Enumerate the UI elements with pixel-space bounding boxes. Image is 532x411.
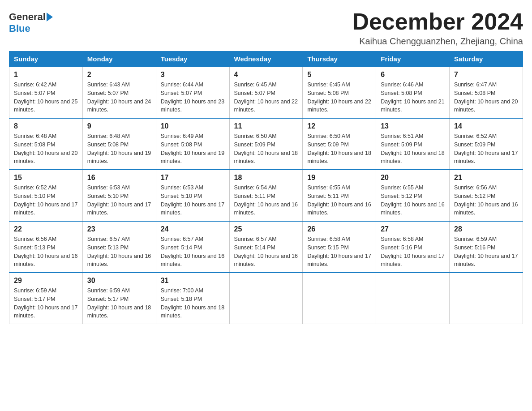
day-info: Sunrise: 6:50 AMSunset: 5:09 PMDaylight:… <box>307 132 371 166</box>
day-info: Sunrise: 6:55 AMSunset: 5:12 PMDaylight:… <box>381 184 445 217</box>
logo-general-text: General <box>9 11 46 23</box>
title-block: December 2024 Kaihua Chengguanzhen, Zhej… <box>352 9 523 47</box>
calendar-cell: 13Sunrise: 6:51 AMSunset: 5:09 PMDayligh… <box>376 118 450 170</box>
calendar-cell: 27Sunrise: 6:58 AMSunset: 5:16 PMDayligh… <box>376 221 450 273</box>
calendar-cell: 1Sunrise: 6:42 AMSunset: 5:07 PMDaylight… <box>9 67 83 118</box>
header-cell-sunday: Sunday <box>9 51 83 67</box>
calendar-cell: 8Sunrise: 6:48 AMSunset: 5:08 PMDaylight… <box>9 118 83 170</box>
calendar-cell <box>229 273 303 324</box>
day-info: Sunrise: 6:48 AMSunset: 5:08 PMDaylight:… <box>14 132 78 166</box>
week-row-4: 22Sunrise: 6:56 AMSunset: 5:13 PMDayligh… <box>9 221 523 273</box>
day-info: Sunrise: 7:00 AMSunset: 5:18 PMDaylight:… <box>161 287 225 320</box>
day-info: Sunrise: 6:54 AMSunset: 5:11 PMDaylight:… <box>234 184 298 217</box>
calendar-cell: 15Sunrise: 6:52 AMSunset: 5:10 PMDayligh… <box>9 170 83 221</box>
week-row-3: 15Sunrise: 6:52 AMSunset: 5:10 PMDayligh… <box>9 170 523 221</box>
day-info: Sunrise: 6:50 AMSunset: 5:09 PMDaylight:… <box>234 132 298 166</box>
day-number: 23 <box>87 225 151 233</box>
day-number: 21 <box>454 174 518 182</box>
day-number: 28 <box>454 225 518 233</box>
day-info: Sunrise: 6:59 AMSunset: 5:17 PMDaylight:… <box>87 287 151 320</box>
logo-arrow-icon <box>47 13 53 21</box>
logo-blue-text: Blue <box>9 23 30 34</box>
day-number: 5 <box>307 71 371 79</box>
day-info: Sunrise: 6:48 AMSunset: 5:08 PMDaylight:… <box>87 132 151 166</box>
week-row-2: 8Sunrise: 6:48 AMSunset: 5:08 PMDaylight… <box>9 118 523 170</box>
calendar-cell: 22Sunrise: 6:56 AMSunset: 5:13 PMDayligh… <box>9 221 83 273</box>
day-info: Sunrise: 6:44 AMSunset: 5:07 PMDaylight:… <box>161 81 225 114</box>
day-info: Sunrise: 6:49 AMSunset: 5:08 PMDaylight:… <box>161 132 225 166</box>
day-number: 13 <box>381 122 445 130</box>
calendar-cell <box>376 273 450 324</box>
day-number: 16 <box>87 174 151 182</box>
week-row-1: 1Sunrise: 6:42 AMSunset: 5:07 PMDaylight… <box>9 67 523 118</box>
day-info: Sunrise: 6:57 AMSunset: 5:13 PMDaylight:… <box>87 235 151 269</box>
calendar-cell: 21Sunrise: 6:56 AMSunset: 5:12 PMDayligh… <box>450 170 523 221</box>
day-number: 18 <box>234 174 298 182</box>
calendar-cell: 11Sunrise: 6:50 AMSunset: 5:09 PMDayligh… <box>229 118 303 170</box>
header-row: SundayMondayTuesdayWednesdayThursdayFrid… <box>9 51 523 67</box>
day-info: Sunrise: 6:56 AMSunset: 5:12 PMDaylight:… <box>454 184 518 217</box>
calendar-cell: 9Sunrise: 6:48 AMSunset: 5:08 PMDaylight… <box>82 118 156 170</box>
day-number: 24 <box>161 225 225 233</box>
day-info: Sunrise: 6:55 AMSunset: 5:11 PMDaylight:… <box>307 184 371 217</box>
day-number: 14 <box>454 122 518 130</box>
day-info: Sunrise: 6:58 AMSunset: 5:16 PMDaylight:… <box>381 235 445 269</box>
day-number: 7 <box>454 71 518 79</box>
day-info: Sunrise: 6:59 AMSunset: 5:16 PMDaylight:… <box>454 235 518 269</box>
header-cell-friday: Friday <box>376 51 450 67</box>
header-cell-wednesday: Wednesday <box>229 51 303 67</box>
calendar-cell: 5Sunrise: 6:45 AMSunset: 5:08 PMDaylight… <box>303 67 376 118</box>
day-info: Sunrise: 6:43 AMSunset: 5:07 PMDaylight:… <box>87 81 151 114</box>
calendar-cell <box>450 273 523 324</box>
day-number: 11 <box>234 122 298 130</box>
day-info: Sunrise: 6:52 AMSunset: 5:10 PMDaylight:… <box>14 184 78 217</box>
day-info: Sunrise: 6:52 AMSunset: 5:09 PMDaylight:… <box>454 132 518 166</box>
day-info: Sunrise: 6:51 AMSunset: 5:09 PMDaylight:… <box>381 132 445 166</box>
location-title: Kaihua Chengguanzhen, Zhejiang, China <box>352 36 523 47</box>
day-info: Sunrise: 6:53 AMSunset: 5:10 PMDaylight:… <box>161 184 225 217</box>
page-header: General Blue December 2024 Kaihua Chengg… <box>9 9 523 47</box>
day-number: 9 <box>87 122 151 130</box>
day-number: 12 <box>307 122 371 130</box>
calendar-cell: 25Sunrise: 6:57 AMSunset: 5:14 PMDayligh… <box>229 221 303 273</box>
day-info: Sunrise: 6:53 AMSunset: 5:10 PMDaylight:… <box>87 184 151 217</box>
day-number: 19 <box>307 174 371 182</box>
day-number: 8 <box>14 122 78 130</box>
day-number: 3 <box>161 71 225 79</box>
day-info: Sunrise: 6:56 AMSunset: 5:13 PMDaylight:… <box>14 235 78 269</box>
calendar-cell <box>303 273 376 324</box>
day-number: 15 <box>14 174 78 182</box>
header-cell-thursday: Thursday <box>303 51 376 67</box>
day-number: 6 <box>381 71 445 79</box>
calendar-cell: 29Sunrise: 6:59 AMSunset: 5:17 PMDayligh… <box>9 273 83 324</box>
calendar-cell: 19Sunrise: 6:55 AMSunset: 5:11 PMDayligh… <box>303 170 376 221</box>
calendar-cell: 26Sunrise: 6:58 AMSunset: 5:15 PMDayligh… <box>303 221 376 273</box>
day-info: Sunrise: 6:42 AMSunset: 5:07 PMDaylight:… <box>14 81 78 114</box>
day-info: Sunrise: 6:47 AMSunset: 5:08 PMDaylight:… <box>454 81 518 114</box>
day-number: 30 <box>87 277 151 285</box>
day-number: 31 <box>161 277 225 285</box>
calendar-body: 1Sunrise: 6:42 AMSunset: 5:07 PMDaylight… <box>9 67 523 324</box>
day-number: 4 <box>234 71 298 79</box>
calendar-cell: 2Sunrise: 6:43 AMSunset: 5:07 PMDaylight… <box>82 67 156 118</box>
day-number: 10 <box>161 122 225 130</box>
header-cell-saturday: Saturday <box>450 51 523 67</box>
calendar-cell: 7Sunrise: 6:47 AMSunset: 5:08 PMDaylight… <box>450 67 523 118</box>
calendar-cell: 4Sunrise: 6:45 AMSunset: 5:07 PMDaylight… <box>229 67 303 118</box>
calendar-cell: 20Sunrise: 6:55 AMSunset: 5:12 PMDayligh… <box>376 170 450 221</box>
header-cell-tuesday: Tuesday <box>156 51 229 67</box>
calendar-header: SundayMondayTuesdayWednesdayThursdayFrid… <box>9 51 523 67</box>
calendar-cell: 30Sunrise: 6:59 AMSunset: 5:17 PMDayligh… <box>82 273 156 324</box>
calendar-cell: 14Sunrise: 6:52 AMSunset: 5:09 PMDayligh… <box>450 118 523 170</box>
calendar-table: SundayMondayTuesdayWednesdayThursdayFrid… <box>9 51 523 324</box>
day-info: Sunrise: 6:45 AMSunset: 5:08 PMDaylight:… <box>307 81 371 114</box>
day-number: 2 <box>87 71 151 79</box>
calendar-cell: 31Sunrise: 7:00 AMSunset: 5:18 PMDayligh… <box>156 273 229 324</box>
day-info: Sunrise: 6:58 AMSunset: 5:15 PMDaylight:… <box>307 235 371 269</box>
day-number: 27 <box>381 225 445 233</box>
day-number: 25 <box>234 225 298 233</box>
calendar-cell: 28Sunrise: 6:59 AMSunset: 5:16 PMDayligh… <box>450 221 523 273</box>
calendar-cell: 12Sunrise: 6:50 AMSunset: 5:09 PMDayligh… <box>303 118 376 170</box>
day-number: 29 <box>14 277 78 285</box>
calendar-cell: 17Sunrise: 6:53 AMSunset: 5:10 PMDayligh… <box>156 170 229 221</box>
